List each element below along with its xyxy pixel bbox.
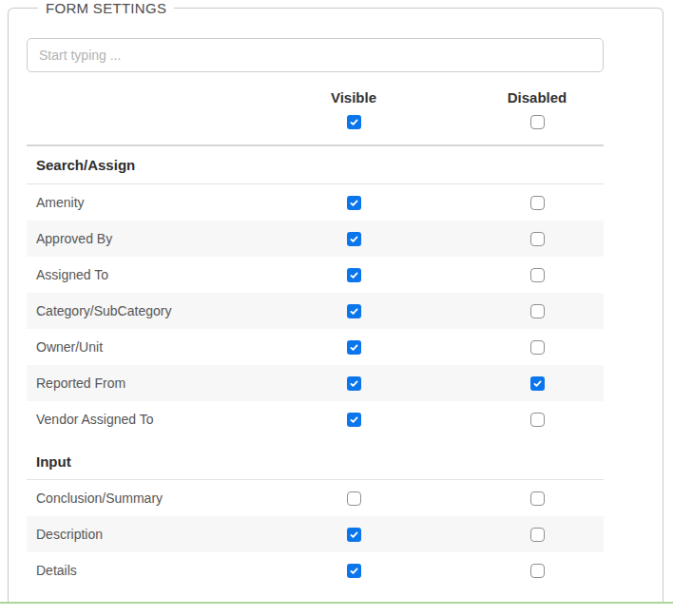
- visible-checkbox[interactable]: [347, 376, 361, 391]
- row-label: Details: [27, 563, 237, 578]
- disabled-cell: [471, 528, 604, 542]
- disabled-checkbox[interactable]: [530, 268, 545, 282]
- row-label: Assigned To: [27, 267, 237, 282]
- form-settings-fieldset: FORM SETTINGS Visible Disabled Search/As…: [8, 0, 663, 603]
- disabled-checkbox[interactable]: [530, 232, 545, 246]
- visible-cell: [237, 340, 471, 355]
- disabled-checkbox[interactable]: [530, 528, 545, 542]
- table-row: Approved By: [27, 221, 604, 257]
- visible-cell: [237, 232, 471, 246]
- disabled-column: Disabled: [471, 89, 604, 132]
- visible-cell: [237, 564, 471, 578]
- disabled-checkbox[interactable]: [530, 491, 545, 506]
- visible-checkbox[interactable]: [347, 491, 361, 506]
- section-header: Input: [27, 437, 604, 480]
- table-header-row: Visible Disabled: [27, 89, 604, 146]
- disabled-cell: [471, 413, 604, 427]
- disabled-cell: [471, 196, 604, 210]
- disabled-checkbox[interactable]: [530, 413, 545, 427]
- row-label: Reported From: [27, 375, 237, 391]
- disabled-cell: [471, 304, 604, 318]
- section-header: Search/Assign: [27, 146, 604, 184]
- table-row: Details: [27, 552, 604, 588]
- visible-checkbox[interactable]: [347, 413, 361, 427]
- search-input[interactable]: [27, 38, 604, 72]
- disabled-checkbox[interactable]: [530, 340, 545, 355]
- table-row: Assigned To: [27, 257, 604, 293]
- panel-legend: FORM SETTINGS: [38, 0, 174, 16]
- visible-column-header: Visible: [237, 89, 471, 106]
- visible-checkbox[interactable]: [347, 564, 361, 578]
- disabled-cell: [471, 232, 604, 246]
- visible-checkbox[interactable]: [347, 268, 361, 282]
- bottom-divider: [0, 602, 673, 604]
- row-label: Category/SubCategory: [27, 303, 237, 318]
- disabled-checkbox[interactable]: [530, 196, 545, 210]
- table-body: Search/AssignAmenityApproved ByAssigned …: [27, 146, 604, 588]
- visible-cell: [237, 491, 471, 506]
- disabled-cell: [471, 340, 604, 355]
- table-row: Category/SubCategory: [27, 293, 604, 329]
- row-label: Owner/Unit: [27, 339, 237, 355]
- disabled-cell: [471, 564, 604, 578]
- visible-cell: [237, 196, 471, 210]
- row-label: Conclusion/Summary: [27, 491, 237, 506]
- visible-cell: [237, 376, 471, 391]
- table-row: Vendor Assigned To: [27, 401, 604, 437]
- form-settings-panel: FORM SETTINGS Visible Disabled Search/As…: [0, 0, 673, 616]
- visible-cell: [237, 528, 471, 542]
- table-row: Description: [27, 516, 604, 552]
- visible-cell: [237, 304, 471, 318]
- visible-cell: [237, 413, 471, 427]
- row-label: Description: [27, 527, 237, 542]
- table-row: Owner/Unit: [27, 329, 604, 365]
- row-label: Amenity: [27, 195, 237, 210]
- visible-all-checkbox[interactable]: [347, 115, 361, 129]
- settings-table: Visible Disabled Search/AssignAmenityApp…: [27, 89, 604, 588]
- disabled-all-checkbox[interactable]: [530, 115, 545, 129]
- disabled-checkbox[interactable]: [530, 376, 545, 391]
- visible-checkbox[interactable]: [347, 340, 361, 355]
- visible-checkbox[interactable]: [347, 232, 361, 246]
- disabled-column-header: Disabled: [471, 89, 604, 106]
- visible-checkbox[interactable]: [347, 196, 361, 210]
- disabled-checkbox[interactable]: [530, 304, 545, 318]
- empty-header-cell: [27, 89, 237, 132]
- row-label: Vendor Assigned To: [27, 412, 237, 427]
- visible-column: Visible: [237, 89, 471, 132]
- disabled-cell: [471, 268, 604, 282]
- visible-checkbox[interactable]: [347, 528, 361, 542]
- disabled-checkbox[interactable]: [530, 564, 545, 578]
- visible-cell: [237, 268, 471, 282]
- table-row: Amenity: [27, 184, 604, 221]
- visible-checkbox[interactable]: [347, 304, 361, 318]
- row-label: Approved By: [27, 231, 237, 246]
- disabled-cell: [471, 376, 604, 391]
- table-row: Conclusion/Summary: [27, 480, 604, 516]
- disabled-cell: [471, 491, 604, 506]
- table-row: Reported From: [27, 365, 604, 401]
